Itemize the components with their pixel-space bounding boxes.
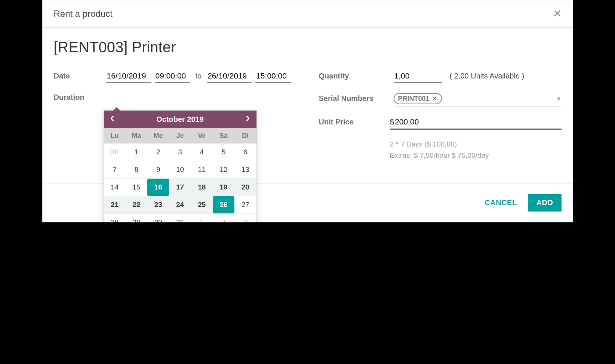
day-cell[interactable]: 7	[104, 161, 126, 179]
weekday: Je	[169, 128, 191, 144]
day-cell[interactable]: 13	[234, 161, 256, 179]
weekday: Lu	[104, 128, 126, 144]
to-date-input[interactable]	[207, 71, 252, 83]
unit-price-label: Unit Price	[319, 118, 390, 126]
day-cell[interactable]: 25	[191, 196, 213, 214]
form-right-column: Quantity ( 2,00 Units Available ) Serial…	[319, 71, 562, 172]
from-date-input[interactable]	[106, 71, 151, 83]
date-label: Date	[54, 72, 102, 80]
modal-title: Rent a product	[54, 9, 113, 19]
datepicker-month-label[interactable]: October 2019	[156, 115, 204, 124]
from-time-input[interactable]	[155, 71, 190, 83]
day-cell[interactable]: 27	[234, 196, 256, 214]
product-title: [RENT003] Printer	[54, 39, 562, 56]
day-cell[interactable]: 31	[169, 214, 191, 222]
to-time-input[interactable]	[255, 71, 291, 83]
day-cell[interactable]: 12	[213, 161, 234, 179]
day-cell[interactable]: 8	[126, 161, 147, 179]
day-cell[interactable]: 1	[126, 144, 147, 161]
day-cell[interactable]: 11	[191, 161, 213, 179]
day-cell[interactable]: 1	[191, 214, 213, 222]
day-cell[interactable]: 29	[126, 214, 147, 222]
day-cell[interactable]: 2	[213, 214, 234, 222]
weekday: Di	[234, 128, 256, 144]
day-cell[interactable]: 9	[147, 161, 169, 179]
cancel-button[interactable]: CANCEL	[485, 198, 517, 207]
duration-row: Duration	[54, 93, 296, 102]
day-cell[interactable]: 28	[104, 214, 126, 222]
day-cell[interactable]: 22	[126, 196, 147, 214]
datepicker-weekdays: Lu Ma Me Je Ve Sa Di	[104, 128, 256, 144]
day-cell[interactable]: 21	[104, 196, 126, 214]
price-subline-2: Extras: $ 7,50/hour $ 75,00/day	[390, 150, 489, 161]
quantity-available: ( 2,00 Units Available )	[450, 72, 525, 80]
day-cell[interactable]: 14	[104, 179, 126, 196]
day-cell[interactable]: 18	[191, 179, 213, 196]
day-cell[interactable]: 6	[234, 144, 256, 161]
chevron-down-icon[interactable]: ▼	[556, 96, 562, 102]
day-cell[interactable]: 17	[169, 179, 191, 196]
day-cell[interactable]: 16	[147, 179, 169, 196]
serial-label: Serial Numbers	[319, 94, 390, 103]
add-button[interactable]: ADD	[528, 194, 562, 212]
price-input-row: $	[390, 117, 562, 130]
unit-price-input[interactable]	[395, 117, 561, 126]
quantity-input[interactable]	[394, 71, 442, 83]
serial-input[interactable]: PRINT001 ✕ ▼	[394, 93, 562, 107]
day-cell[interactable]: 15	[126, 179, 147, 196]
close-icon[interactable]: ✕	[553, 9, 562, 19]
weekday: Me	[147, 128, 169, 144]
next-month-icon[interactable]	[246, 115, 250, 123]
day-cell[interactable]: 3	[234, 214, 256, 222]
rent-product-modal: Rent a product ✕ [RENT003] Printer Date …	[42, 0, 573, 222]
quantity-label: Quantity	[319, 72, 390, 80]
day-cell[interactable]: 23	[147, 196, 169, 214]
serial-tag[interactable]: PRINT001 ✕	[394, 93, 442, 104]
price-block: Unit Price $ 2 * 7 Days ($ 100,00) Extra…	[319, 117, 562, 161]
quantity-row: Quantity ( 2,00 Units Available )	[319, 71, 562, 83]
day-cell[interactable]: 19	[213, 179, 234, 196]
price-breakdown: 2 * 7 Days ($ 100,00) Extras: $ 7,50/hou…	[390, 139, 489, 161]
duration-label: Duration	[54, 93, 102, 102]
price-subline-1: 2 * 7 Days ($ 100,00)	[390, 139, 489, 150]
weekday: Ma	[126, 128, 147, 144]
remove-serial-icon[interactable]: ✕	[432, 95, 437, 103]
weekday: Sa	[213, 128, 234, 144]
serial-row-wrapper: Serial Numbers PRINT001 ✕ ▼	[319, 93, 562, 107]
serial-tag-text: PRINT001	[398, 95, 430, 103]
day-cell[interactable]: 30	[147, 214, 169, 222]
day-cell[interactable]: 2	[147, 144, 169, 161]
day-cell[interactable]: 4	[191, 144, 213, 161]
modal-header: Rent a product ✕	[43, 0, 573, 28]
day-cell[interactable]: 20	[234, 179, 256, 196]
day-cell[interactable]: 10	[169, 161, 191, 179]
day-cell[interactable]: 3	[169, 144, 191, 161]
datepicker-popup: October 2019 Lu Ma Me Je Ve Sa Di 301234…	[104, 110, 257, 222]
currency-symbol: $	[390, 117, 394, 126]
day-cell[interactable]: 24	[169, 196, 191, 214]
weekday: Ve	[191, 128, 213, 144]
day-cell[interactable]: 26	[213, 196, 234, 214]
datepicker-header: October 2019	[104, 111, 256, 128]
day-cell[interactable]: 5	[213, 144, 234, 161]
datepicker-grid: 3012345678910111213141516171819202122232…	[104, 144, 256, 222]
prev-month-icon[interactable]	[110, 115, 114, 123]
to-label: to	[196, 72, 202, 80]
day-cell[interactable]: 30	[104, 144, 126, 161]
date-row: Date to	[54, 71, 296, 83]
